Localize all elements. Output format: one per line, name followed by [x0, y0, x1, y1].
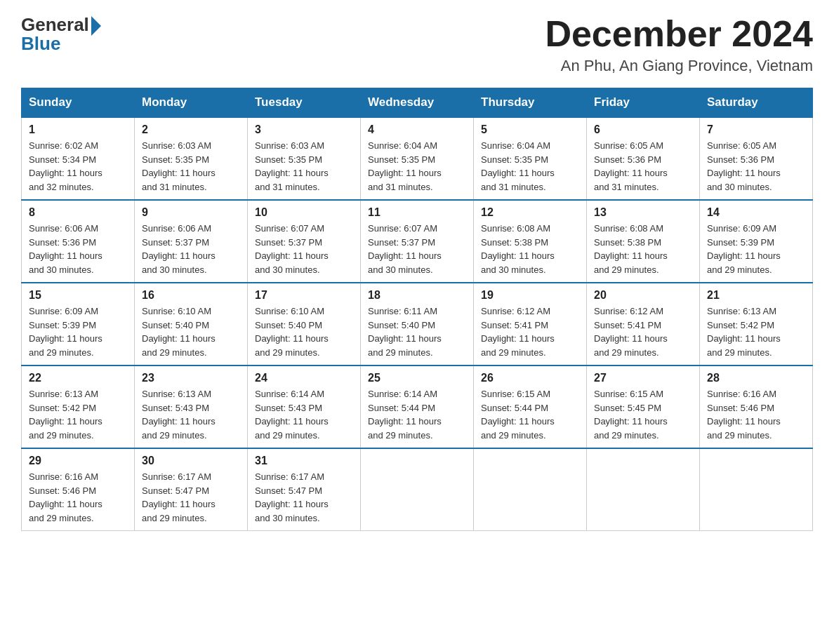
- column-header-friday: Friday: [587, 88, 700, 118]
- calendar-cell: [587, 448, 700, 531]
- column-header-sunday: Sunday: [22, 88, 135, 118]
- day-info: Sunrise: 6:17 AMSunset: 5:47 PMDaylight:…: [142, 470, 240, 525]
- day-info: Sunrise: 6:12 AMSunset: 5:41 PMDaylight:…: [481, 304, 579, 359]
- calendar-cell: 15Sunrise: 6:09 AMSunset: 5:39 PMDayligh…: [22, 283, 135, 365]
- calendar-cell: 16Sunrise: 6:10 AMSunset: 5:40 PMDayligh…: [135, 283, 248, 365]
- column-header-thursday: Thursday: [474, 88, 587, 118]
- day-number: 17: [255, 289, 353, 302]
- day-info: Sunrise: 6:13 AMSunset: 5:42 PMDaylight:…: [707, 304, 805, 359]
- day-info: Sunrise: 6:09 AMSunset: 5:39 PMDaylight:…: [707, 222, 805, 276]
- page-header: General Blue December 2024 An Phu, An Gi…: [21, 14, 813, 75]
- calendar-cell: 4Sunrise: 6:04 AMSunset: 5:35 PMDaylight…: [361, 117, 474, 200]
- day-info: Sunrise: 6:13 AMSunset: 5:43 PMDaylight:…: [142, 387, 240, 442]
- day-number: 27: [594, 372, 692, 384]
- day-info: Sunrise: 6:06 AMSunset: 5:37 PMDaylight:…: [142, 222, 240, 276]
- day-info: Sunrise: 6:14 AMSunset: 5:44 PMDaylight:…: [368, 387, 466, 442]
- calendar-cell: 10Sunrise: 6:07 AMSunset: 5:37 PMDayligh…: [248, 200, 361, 283]
- calendar-cell: 26Sunrise: 6:15 AMSunset: 5:44 PMDayligh…: [474, 365, 587, 448]
- week-row-5: 29Sunrise: 6:16 AMSunset: 5:46 PMDayligh…: [22, 448, 813, 531]
- calendar-cell: 14Sunrise: 6:09 AMSunset: 5:39 PMDayligh…: [700, 200, 813, 283]
- day-info: Sunrise: 6:06 AMSunset: 5:36 PMDaylight:…: [29, 222, 127, 276]
- calendar-cell: [700, 448, 813, 531]
- location-title: An Phu, An Giang Province, Vietnam: [545, 57, 813, 75]
- day-number: 15: [29, 289, 127, 302]
- calendar-cell: 28Sunrise: 6:16 AMSunset: 5:46 PMDayligh…: [700, 365, 813, 448]
- day-info: Sunrise: 6:08 AMSunset: 5:38 PMDaylight:…: [481, 222, 579, 276]
- calendar-cell: [361, 448, 474, 531]
- day-number: 30: [142, 455, 240, 467]
- day-info: Sunrise: 6:10 AMSunset: 5:40 PMDaylight:…: [255, 304, 353, 359]
- calendar-cell: 23Sunrise: 6:13 AMSunset: 5:43 PMDayligh…: [135, 365, 248, 448]
- day-number: 4: [368, 123, 466, 136]
- day-number: 29: [29, 455, 127, 467]
- calendar-cell: 25Sunrise: 6:14 AMSunset: 5:44 PMDayligh…: [361, 365, 474, 448]
- calendar-cell: 3Sunrise: 6:03 AMSunset: 5:35 PMDaylight…: [248, 117, 361, 200]
- day-info: Sunrise: 6:17 AMSunset: 5:47 PMDaylight:…: [255, 470, 353, 525]
- calendar-table: SundayMondayTuesdayWednesdayThursdayFrid…: [21, 88, 813, 531]
- day-number: 22: [29, 372, 127, 384]
- day-info: Sunrise: 6:07 AMSunset: 5:37 PMDaylight:…: [368, 222, 466, 276]
- calendar-cell: 2Sunrise: 6:03 AMSunset: 5:35 PMDaylight…: [135, 117, 248, 200]
- week-row-3: 15Sunrise: 6:09 AMSunset: 5:39 PMDayligh…: [22, 283, 813, 365]
- day-number: 28: [707, 372, 805, 384]
- day-info: Sunrise: 6:04 AMSunset: 5:35 PMDaylight:…: [481, 139, 579, 194]
- day-number: 12: [481, 206, 579, 219]
- day-info: Sunrise: 6:08 AMSunset: 5:38 PMDaylight:…: [594, 222, 692, 276]
- calendar-cell: 29Sunrise: 6:16 AMSunset: 5:46 PMDayligh…: [22, 448, 135, 531]
- calendar-cell: 12Sunrise: 6:08 AMSunset: 5:38 PMDayligh…: [474, 200, 587, 283]
- column-header-tuesday: Tuesday: [248, 88, 361, 118]
- calendar-cell: [474, 448, 587, 531]
- day-number: 7: [707, 123, 805, 136]
- calendar-cell: 8Sunrise: 6:06 AMSunset: 5:36 PMDaylight…: [22, 200, 135, 283]
- week-row-4: 22Sunrise: 6:13 AMSunset: 5:42 PMDayligh…: [22, 365, 813, 448]
- calendar-cell: 5Sunrise: 6:04 AMSunset: 5:35 PMDaylight…: [474, 117, 587, 200]
- day-info: Sunrise: 6:11 AMSunset: 5:40 PMDaylight:…: [368, 304, 466, 359]
- day-number: 20: [594, 289, 692, 302]
- day-number: 2: [142, 123, 240, 136]
- day-info: Sunrise: 6:05 AMSunset: 5:36 PMDaylight:…: [707, 139, 805, 194]
- month-title: December 2024: [545, 14, 813, 54]
- calendar-cell: 31Sunrise: 6:17 AMSunset: 5:47 PMDayligh…: [248, 448, 361, 531]
- day-info: Sunrise: 6:10 AMSunset: 5:40 PMDaylight:…: [142, 304, 240, 359]
- calendar-cell: 6Sunrise: 6:05 AMSunset: 5:36 PMDaylight…: [587, 117, 700, 200]
- day-info: Sunrise: 6:16 AMSunset: 5:46 PMDaylight:…: [707, 387, 805, 442]
- week-row-2: 8Sunrise: 6:06 AMSunset: 5:36 PMDaylight…: [22, 200, 813, 283]
- day-info: Sunrise: 6:12 AMSunset: 5:41 PMDaylight:…: [594, 304, 692, 359]
- calendar-cell: 24Sunrise: 6:14 AMSunset: 5:43 PMDayligh…: [248, 365, 361, 448]
- day-number: 5: [481, 123, 579, 136]
- day-info: Sunrise: 6:05 AMSunset: 5:36 PMDaylight:…: [594, 139, 692, 194]
- column-header-wednesday: Wednesday: [361, 88, 474, 118]
- day-info: Sunrise: 6:07 AMSunset: 5:37 PMDaylight:…: [255, 222, 353, 276]
- day-number: 6: [594, 123, 692, 136]
- calendar-cell: 11Sunrise: 6:07 AMSunset: 5:37 PMDayligh…: [361, 200, 474, 283]
- day-info: Sunrise: 6:02 AMSunset: 5:34 PMDaylight:…: [29, 139, 127, 194]
- calendar-cell: 27Sunrise: 6:15 AMSunset: 5:45 PMDayligh…: [587, 365, 700, 448]
- day-number: 19: [481, 289, 579, 302]
- day-number: 14: [707, 206, 805, 219]
- column-header-monday: Monday: [135, 88, 248, 118]
- day-number: 13: [594, 206, 692, 219]
- calendar-cell: 9Sunrise: 6:06 AMSunset: 5:37 PMDaylight…: [135, 200, 248, 283]
- week-row-1: 1Sunrise: 6:02 AMSunset: 5:34 PMDaylight…: [22, 117, 813, 200]
- day-number: 23: [142, 372, 240, 384]
- calendar-cell: 22Sunrise: 6:13 AMSunset: 5:42 PMDayligh…: [22, 365, 135, 448]
- day-info: Sunrise: 6:15 AMSunset: 5:44 PMDaylight:…: [481, 387, 579, 442]
- calendar-cell: 17Sunrise: 6:10 AMSunset: 5:40 PMDayligh…: [248, 283, 361, 365]
- day-info: Sunrise: 6:14 AMSunset: 5:43 PMDaylight:…: [255, 387, 353, 442]
- calendar-cell: 20Sunrise: 6:12 AMSunset: 5:41 PMDayligh…: [587, 283, 700, 365]
- logo-blue-text: Blue: [21, 33, 60, 55]
- day-info: Sunrise: 6:04 AMSunset: 5:35 PMDaylight:…: [368, 139, 466, 194]
- day-number: 26: [481, 372, 579, 384]
- day-number: 24: [255, 372, 353, 384]
- day-number: 8: [29, 206, 127, 219]
- logo-triangle-icon: [91, 16, 101, 36]
- day-number: 9: [142, 206, 240, 219]
- logo: General Blue: [21, 14, 101, 55]
- calendar-cell: 18Sunrise: 6:11 AMSunset: 5:40 PMDayligh…: [361, 283, 474, 365]
- calendar-cell: 13Sunrise: 6:08 AMSunset: 5:38 PMDayligh…: [587, 200, 700, 283]
- calendar-cell: 1Sunrise: 6:02 AMSunset: 5:34 PMDaylight…: [22, 117, 135, 200]
- day-number: 25: [368, 372, 466, 384]
- day-number: 3: [255, 123, 353, 136]
- day-number: 11: [368, 206, 466, 219]
- day-info: Sunrise: 6:03 AMSunset: 5:35 PMDaylight:…: [142, 139, 240, 194]
